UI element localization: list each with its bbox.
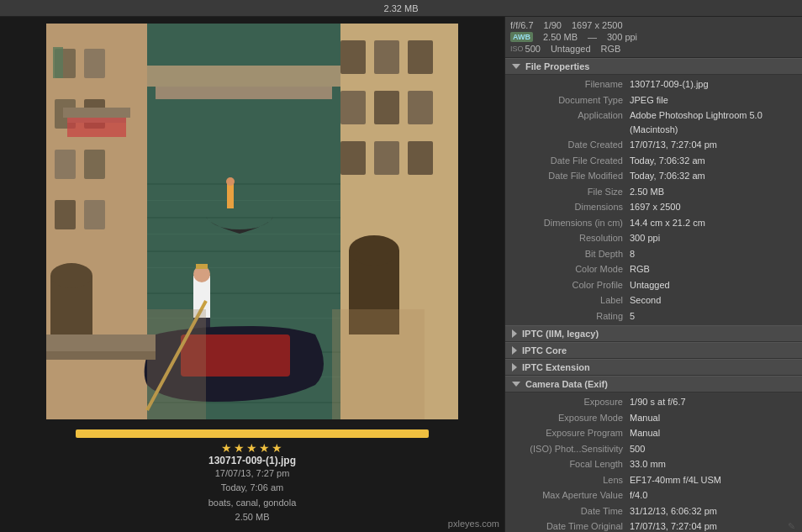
table-row: Date Time31/12/13, 6:06:32 pm <box>505 503 802 519</box>
dimensions-value: 1697 x 2500 <box>572 20 623 30</box>
meta-label: Label <box>512 293 630 308</box>
meta-top-row: f/f/6.7 1/90 1697 x 2500 <box>510 20 797 30</box>
table-row: Dimensions1697 x 2500 <box>505 199 802 215</box>
meta-label: Color Mode <box>512 262 630 277</box>
svg-rect-8 <box>55 200 76 229</box>
meta-top: f/f/6.7 1/90 1697 x 2500 AWB 2.50 MB — 3… <box>505 17 802 58</box>
svg-rect-17 <box>340 40 366 74</box>
table-row: Document TypeJPEG file <box>505 92 802 108</box>
aperture-value: f/f/6.7 <box>510 20 534 30</box>
edit-icon[interactable]: ✎ <box>788 519 795 532</box>
svg-rect-35 <box>147 292 340 294</box>
meta-value: Today, 7:06:32 am <box>630 154 795 168</box>
file-mb-value: 2.50 MB <box>543 32 578 42</box>
meta-value: 1697 x 2500 <box>630 200 795 214</box>
triangle-right-icon-iptc-core <box>512 346 517 355</box>
meta-value: 300 ppi <box>630 231 795 245</box>
top-bar: 2.32 MB <box>0 0 802 17</box>
meta-label: Exposure <box>512 395 630 409</box>
svg-rect-14 <box>63 108 130 118</box>
photo-info: ★★★★★ 130717-009-(1).jpg 17/07/13, 7:27 … <box>76 426 429 525</box>
meta-label: Max Aperture Value <box>512 488 630 503</box>
svg-rect-13 <box>67 116 126 137</box>
svg-rect-34 <box>147 267 340 268</box>
table-row: LensEF17-40mm f/4L USM <box>505 472 802 488</box>
table-row: Resolution300 ppi <box>505 230 802 246</box>
photo-container <box>46 24 458 419</box>
iso-badge: ISO 500 <box>510 44 541 54</box>
triangle-down-icon-camera <box>512 382 520 387</box>
meta-label: Date File Modified <box>512 169 630 183</box>
table-row: Date Created17/07/13, 7:27:04 pm <box>505 137 802 153</box>
meta-value: Today, 7:06:32 am <box>630 169 795 183</box>
meta-value: Adobe Photoshop Lightroom 5.0 (Macintosh… <box>630 108 795 136</box>
main-area: ★★★★★ 130717-009-(1).jpg 17/07/13, 7:27 … <box>0 17 802 532</box>
meta-label: Resolution <box>512 231 630 245</box>
watermark: pxleyes.com <box>448 519 499 529</box>
svg-rect-50 <box>147 309 206 419</box>
section-header-file-properties[interactable]: File Properties <box>505 58 802 75</box>
meta-label: Focal Length <box>512 457 630 471</box>
photo-datetime: 17/07/13, 7:27 pm <box>76 466 429 482</box>
metadata-panel: f/f/6.7 1/90 1697 x 2500 AWB 2.50 MB — 3… <box>504 17 802 532</box>
meta-top-row3: ISO 500 Untagged RGB <box>510 44 797 54</box>
table-row: Color ModeRGB <box>505 261 802 277</box>
svg-rect-22 <box>408 91 433 124</box>
triangle-right-icon-iptc-extension <box>512 363 517 371</box>
svg-rect-42 <box>227 183 234 208</box>
meta-label: Date File Created <box>512 154 630 168</box>
meta-value: 5 <box>630 309 795 324</box>
svg-rect-29 <box>147 183 340 185</box>
svg-rect-40 <box>147 66 340 87</box>
triangle-right-icon-iptc-legacy <box>512 329 517 338</box>
section-label-file-properties: File Properties <box>525 61 589 71</box>
svg-point-27 <box>349 235 399 266</box>
svg-rect-7 <box>84 150 105 179</box>
svg-rect-6 <box>55 150 76 179</box>
top-filesize: 2.32 MB <box>384 3 419 13</box>
meta-value: 31/12/13, 6:06:32 pm <box>630 504 795 519</box>
table-row: Date File ModifiedToday, 7:06:32 am <box>505 168 802 184</box>
svg-rect-20 <box>340 91 366 124</box>
meta-scrollable[interactable]: File Properties Filename130717-009-(1).j… <box>505 58 802 532</box>
iso-value: 500 <box>525 44 541 54</box>
meta-value: 500 <box>630 442 795 456</box>
meta-value: 17/07/13, 7:27:04 pm <box>630 519 795 532</box>
meta-value: 8 <box>630 247 795 261</box>
meta-value: Manual <box>630 411 795 425</box>
meta-label: Document Type <box>512 93 630 108</box>
svg-rect-30 <box>147 200 340 201</box>
svg-rect-24 <box>374 141 399 175</box>
meta-label: Exposure Program <box>512 426 630 440</box>
svg-rect-47 <box>196 264 208 269</box>
camera-data-table: Exposure1/90 s at f/6.7Exposure ModeManu… <box>505 392 802 532</box>
meta-label: Exposure Mode <box>512 411 630 425</box>
svg-rect-41 <box>156 87 332 99</box>
section-label-iptc-legacy: IPTC (IIM, legacy) <box>522 329 599 339</box>
section-header-iptc-extension[interactable]: IPTC Extension <box>505 359 802 376</box>
section-header-iptc-core[interactable]: IPTC Core <box>505 342 802 359</box>
meta-value: Manual <box>630 426 795 440</box>
meta-label: Application <box>512 108 630 136</box>
meta-label: Bit Depth <box>512 247 630 261</box>
ppi-value: 300 ppi <box>607 32 637 42</box>
table-row: ApplicationAdobe Photoshop Lightroom 5.0… <box>505 108 802 137</box>
section-header-camera-data[interactable]: Camera Data (Exif) <box>505 376 802 392</box>
photo-image <box>46 24 458 419</box>
table-row: Exposure1/90 s at f/6.7 <box>505 394 802 410</box>
svg-rect-32 <box>147 234 340 234</box>
section-header-iptc-legacy[interactable]: IPTC (IIM, legacy) <box>505 325 802 342</box>
svg-rect-51 <box>332 309 425 419</box>
section-label-iptc-extension: IPTC Extension <box>522 362 590 372</box>
triangle-down-icon <box>512 64 520 69</box>
svg-rect-3 <box>84 49 105 78</box>
dashes: — <box>588 32 597 42</box>
table-row: Bit Depth8 <box>505 246 802 262</box>
rating-bar <box>76 429 429 438</box>
svg-rect-15 <box>53 47 63 78</box>
colorspace-value: RGB <box>601 44 621 54</box>
svg-rect-53 <box>46 351 156 360</box>
meta-value: Untagged <box>630 278 795 292</box>
table-row: Filename130717-009-(1).jpg <box>505 76 802 92</box>
awb-badge: AWB <box>510 32 533 42</box>
